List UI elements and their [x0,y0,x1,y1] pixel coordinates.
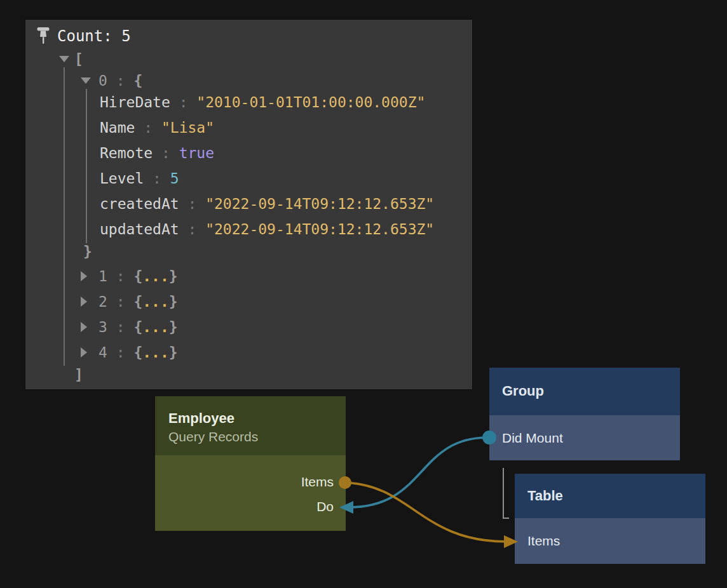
tree-segment-key: createdAt [100,196,179,212]
tree-segment-colon: : [107,268,134,284]
tree-row-property: Level : 5 [100,170,179,187]
tree-row-collapsed-object[interactable]: 1 : {...} [99,267,178,285]
tree-row-collapsed-object[interactable]: 3 : {...} [99,318,178,336]
tree-row-property: Remote : true [100,144,214,162]
tree-segment-index: 2 [99,293,107,310]
table-node-body: Items [515,518,705,564]
tree-segment-string: "2022-09-14T09:12:12.653Z" [205,196,434,212]
employee-node-header: Employee Query Records [155,396,346,455]
connection-did-mount-to-do[interactable] [348,438,489,507]
employee-node-subtitle: Query Records [168,429,258,444]
tree-row-close-object: } [83,243,92,260]
tree-segment-index: 1 [99,268,107,284]
employee-items-output[interactable]: Items [301,474,334,490]
tree-segment-index: 3 [99,319,107,335]
tree-segment-colon: : [153,145,179,161]
tree-segment-punct: } [169,319,178,335]
tree-row-property: HireDate : "2010-01-01T01:00:00.000Z" [100,93,425,111]
group-node-header: Group [489,368,680,415]
tree-segment-punct: ] [74,366,83,383]
tree-segment-colon: : [107,319,134,335]
tree-segment-index: 0 [99,72,107,89]
tree-segment-punct: { [133,344,142,361]
tree-segment-punct: } [169,293,178,310]
connection-items-to-items[interactable] [345,483,507,542]
group-node-body: Did Mount [489,415,680,460]
tree-segment-colon: : [179,221,206,237]
tree-segment-string: "2022-09-14T09:12:12.653Z" [205,221,434,237]
tree-segment-bool: true [179,145,214,161]
employee-node-body: Items Do [155,455,346,531]
expand-triangle-icon[interactable] [81,322,87,332]
collapse-triangle-icon[interactable] [59,56,69,62]
tree-segment-colon: : [179,196,206,212]
group-node-title: Group [502,383,544,399]
pushpin-icon[interactable] [36,27,50,46]
table-node-title: Table [527,488,563,504]
tree-segment-dots: ... [142,319,169,335]
tree-segment-punct: { [133,319,142,335]
tree-segment-key: Name [100,119,135,136]
collapse-triangle-icon[interactable] [81,77,91,84]
tree-segment-colon: : [107,293,134,310]
table-node-header: Table [515,474,705,518]
tree-row-open-object[interactable]: 0 : { [99,72,142,90]
tree-segment-key: updatedAt [100,221,179,237]
tree-segment-key: Level [100,170,144,187]
tree-row-close-array: ] [74,366,83,384]
tree-indent-guide [86,89,87,243]
tree-segment-punct: } [83,243,92,260]
tree-segment-punct: [ [74,51,83,67]
node-employee-query-records[interactable]: Employee Query Records Items Do [155,396,346,531]
tree-segment-dots: ... [142,268,169,284]
tree-segment-dots: ... [142,293,169,310]
node-group[interactable]: Group Did Mount [489,368,680,460]
expand-triangle-icon[interactable] [81,347,87,357]
tree-row-collapsed-object[interactable]: 4 : {...} [99,344,178,361]
tree-segment-num: 5 [170,170,179,187]
tree-row-property: Name : "Lisa" [100,119,214,137]
tree-segment-punct: } [169,268,178,284]
tree-segment-string: "Lisa" [161,119,214,136]
group-did-mount-output[interactable]: Did Mount [502,431,563,446]
tree-segment-colon: : [107,72,134,89]
expand-triangle-icon[interactable] [81,271,87,281]
table-items-input[interactable]: Items [527,533,560,549]
tree-row-collapsed-object[interactable]: 2 : {...} [99,293,178,311]
tree-segment-colon: : [144,170,170,187]
group-table-hierarchy-line [503,468,509,518]
tree-segment-punct: } [169,344,178,361]
node-table[interactable]: Table Items [515,474,705,564]
tree-segment-dots: ... [142,344,169,361]
tree-row-open-array[interactable]: [ [74,50,83,68]
tree-row-property: createdAt : "2022-09-14T09:12:12.653Z" [100,195,434,213]
tree-segment-key: Remote [100,145,153,161]
expand-triangle-icon[interactable] [81,297,87,307]
employee-do-input[interactable]: Do [316,499,334,514]
tree-indent-guide [64,67,65,366]
tree-segment-colon: : [135,119,161,136]
node-canvas[interactable]: Count: 5 [0 : {HireDate : "2010-01-01T01… [0,0,727,588]
tree-segment-key: HireDate [100,94,170,110]
tree-segment-punct: { [133,293,142,310]
tree-segment-punct: { [133,72,142,89]
tree-segment-index: 4 [99,344,107,361]
tree-segment-punct: { [133,268,142,284]
inspector-count-label: Count: 5 [57,27,131,46]
tree-row-property: updatedAt : "2022-09-14T09:12:12.653Z" [100,220,434,238]
tree-segment-colon: : [107,344,134,361]
employee-node-title: Employee [168,410,234,427]
data-inspector-panel: Count: 5 [0 : {HireDate : "2010-01-01T01… [25,20,472,389]
tree-segment-colon: : [170,94,197,110]
tree-segment-string: "2010-01-01T01:00:00.000Z" [196,94,425,110]
